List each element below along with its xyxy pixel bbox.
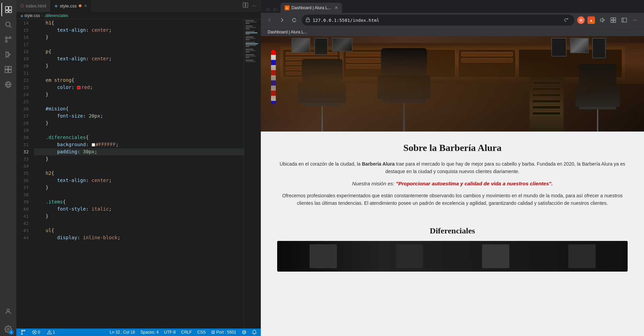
- tab-close-button[interactable]: ×: [84, 3, 87, 9]
- search-icon[interactable]: [1, 18, 15, 31]
- line-37: 37: [16, 184, 29, 191]
- code-line-28: }: [34, 120, 244, 127]
- line-18: 18: [16, 48, 29, 55]
- brave-shield-icon[interactable]: B: [577, 16, 585, 24]
- code-line-16: }: [34, 34, 244, 41]
- line-44: 44: [16, 234, 29, 241]
- reload-button[interactable]: [289, 15, 299, 25]
- explorer-icon[interactable]: [1, 3, 15, 16]
- line-23: 23: [16, 84, 29, 91]
- line-28: 28: [16, 120, 29, 127]
- browser-tab-bar: ◁ ▷ a Dashboard | Alura L... ×: [261, 0, 644, 13]
- tab-index-html[interactable]: ⬡ index.html: [16, 0, 50, 12]
- run-debug-icon[interactable]: [1, 48, 15, 61]
- browser-tab-close[interactable]: ×: [335, 5, 338, 11]
- browser-forward-nav-button[interactable]: ▷: [272, 5, 279, 13]
- split-editor-button[interactable]: [241, 2, 250, 10]
- status-spaces[interactable]: Spaces: 4: [139, 330, 160, 335]
- code-line-20: }: [34, 62, 244, 70]
- line-22: 22: [16, 77, 29, 84]
- line-14: 14: [16, 19, 29, 27]
- code-content[interactable]: h1{ text-align: center; } p{ text-align:…: [31, 19, 244, 329]
- address-bar[interactable]: 127.0.0.1:5501/index.html: [302, 15, 574, 26]
- status-line-col[interactable]: Ln 32, Col 18: [108, 330, 136, 335]
- code-line-25: [34, 98, 244, 105]
- share-button[interactable]: [562, 16, 570, 24]
- status-col: Col 18: [123, 330, 135, 335]
- tab-bar: ⬡ index.html ◈ style.css × ···: [16, 0, 261, 12]
- svg-point-6: [5, 41, 8, 43]
- svg-rect-11: [5, 66, 8, 69]
- svg-rect-40: [611, 20, 613, 22]
- line-21: 21: [16, 70, 29, 77]
- svg-point-18: [7, 309, 9, 311]
- svg-rect-3: [9, 11, 12, 13]
- website-preview: Sobre la Barbería Alura Ubicada en el co…: [261, 36, 644, 336]
- account-icon[interactable]: [1, 305, 15, 318]
- line-39: 39: [16, 198, 29, 205]
- code-line-23: color: red;: [34, 84, 244, 91]
- browser-back-nav-button[interactable]: ◁: [264, 5, 271, 13]
- status-bell[interactable]: [251, 330, 258, 335]
- settings-icon[interactable]: 1: [1, 322, 15, 336]
- code-line-15: text-align: center;: [34, 27, 244, 34]
- more-actions-button[interactable]: ···: [251, 2, 258, 10]
- svg-line-5: [10, 26, 11, 28]
- code-editor[interactable]: 14 15 16 17 18 19 20 21 22 23 24 25 26 2…: [16, 19, 261, 329]
- tab-style-css[interactable]: ◈ style.css ×: [50, 0, 91, 12]
- status-language[interactable]: CSS: [196, 330, 207, 335]
- line-41: 41: [16, 213, 29, 220]
- bookmark-label: Dashboard | Alura L...: [268, 30, 307, 34]
- status-warnings[interactable]: 1: [46, 330, 57, 335]
- diferenciales-title: Diferenciales: [277, 226, 628, 235]
- code-line-36: text-align: center;: [34, 177, 244, 184]
- sidebar-toggle-button[interactable]: [619, 15, 629, 25]
- line-35: 35: [16, 170, 29, 177]
- svg-rect-12: [9, 66, 11, 69]
- code-line-27: font-size: 20px;: [34, 112, 244, 120]
- status-encoding[interactable]: UTF-8: [163, 330, 177, 335]
- about-section: Sobre la Barbería Alura Ubicada en el co…: [261, 132, 644, 219]
- bookmark-dashboard[interactable]: Dashboard | Alura L...: [265, 29, 310, 35]
- status-port[interactable]: Port : 5501: [210, 330, 238, 335]
- code-line-30: .diferenciales{: [34, 134, 244, 141]
- more-tools-button[interactable]: ···: [630, 15, 640, 25]
- mision-text: Nuestra misión es: "Proporcionar autoest…: [277, 180, 628, 188]
- source-control-icon[interactable]: [1, 33, 15, 46]
- brave-rewards-icon[interactable]: ▲: [587, 16, 595, 24]
- status-git[interactable]: [19, 330, 27, 335]
- extensions-icon[interactable]: [1, 63, 15, 76]
- css-file-icon: ◈: [55, 3, 58, 8]
- address-text: 127.0.0.1:5501/index.html: [313, 18, 559, 23]
- forward-button[interactable]: [277, 15, 287, 25]
- status-line: Ln 32: [110, 330, 120, 335]
- line-32: 32: [16, 148, 29, 155]
- hero-overlay: [261, 36, 644, 132]
- line-38: 38: [16, 191, 29, 198]
- encoding-label: UTF-8: [164, 330, 176, 335]
- code-line-29: [34, 127, 244, 134]
- about-title: Sobre la Barbería Alura: [277, 142, 628, 153]
- browser-active-tab[interactable]: a Dashboard | Alura L... ×: [281, 3, 342, 13]
- error-count: 0: [38, 330, 40, 335]
- browser-chrome: ◁ ▷ a Dashboard | Alura L... ×: [261, 0, 644, 36]
- code-line-31: background: #FFFFFF;: [34, 141, 244, 148]
- line-numbers: 14 15 16 17 18 19 20 21 22 23 24 25 26 2…: [16, 19, 31, 329]
- address-actions: [562, 16, 570, 24]
- status-errors[interactable]: 0: [31, 330, 42, 335]
- svg-rect-39: [614, 18, 616, 20]
- status-live-share[interactable]: [240, 330, 248, 335]
- status-line-ending[interactable]: CRLF: [180, 330, 193, 335]
- mision-highlight: "Proporcionar autoestima y calidad de vi…: [396, 181, 553, 186]
- remote-icon[interactable]: [1, 78, 15, 91]
- code-line-14: h1{: [34, 19, 244, 27]
- line-16: 16: [16, 34, 29, 41]
- mute-button[interactable]: [598, 15, 607, 25]
- browser-content: Sobre la Barbería Alura Ubicada en el co…: [261, 36, 644, 336]
- code-line-44: display: inline-block;: [34, 234, 244, 241]
- line-24: 24: [16, 91, 29, 98]
- back-button[interactable]: [265, 15, 274, 25]
- line-27: 27: [16, 112, 29, 120]
- extensions-button[interactable]: [609, 15, 618, 25]
- line-29: 29: [16, 127, 29, 134]
